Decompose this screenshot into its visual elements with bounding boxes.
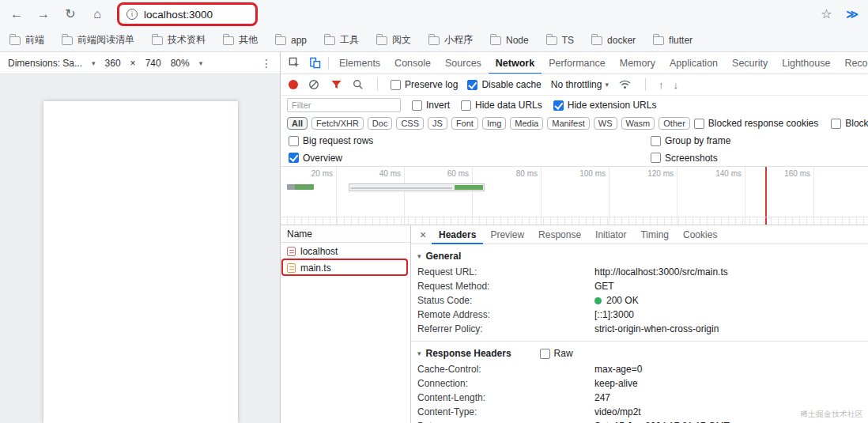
network-conditions-icon[interactable] — [618, 74, 632, 95]
tab-preview[interactable]: Preview — [483, 225, 531, 244]
request-list-header[interactable]: Name — [281, 225, 410, 243]
tab-performance[interactable]: Performance — [542, 52, 613, 74]
tab-sources[interactable]: Sources — [438, 52, 489, 74]
screenshots-label: Screenshots — [665, 153, 718, 164]
throttling-select[interactable]: No throttling ▾ — [551, 79, 609, 90]
checkbox[interactable] — [289, 153, 299, 163]
tab-timing[interactable]: Timing — [633, 225, 676, 244]
type-filter-manifest[interactable]: Manifest — [547, 117, 590, 130]
type-filter-js[interactable]: JS — [428, 117, 447, 130]
checkbox[interactable] — [831, 119, 841, 129]
zoom-select[interactable]: 80% — [171, 58, 190, 69]
device-screen[interactable] — [43, 101, 238, 423]
hide-data-urls-checkbox[interactable]: Hide data URLs — [461, 100, 542, 111]
blocked-requests-checkbox[interactable]: Blocked requests — [831, 118, 868, 129]
bookmark-item[interactable]: 前端阅读清单 — [62, 33, 134, 47]
back-icon[interactable]: ← — [9, 8, 24, 21]
tab-application[interactable]: Application — [662, 52, 725, 74]
device-dimensions-select[interactable]: Dimensions: Sa... — [8, 58, 82, 69]
big-request-rows-checkbox[interactable]: Big request rows — [289, 135, 373, 146]
tab-lighthouse[interactable]: Lighthouse — [775, 52, 837, 74]
import-har-icon[interactable]: ↑ — [659, 79, 664, 91]
address-bar[interactable]: i localhost:3000 — [117, 2, 258, 26]
forward-icon[interactable]: → — [36, 8, 51, 21]
type-filter-wasm[interactable]: Wasm — [621, 117, 655, 130]
type-filter-fetch-xhr[interactable]: Fetch/XHR — [311, 117, 364, 130]
general-section-header[interactable]: ▾ General — [417, 247, 862, 265]
invert-checkbox[interactable]: Invert — [412, 100, 450, 111]
tab-initiator[interactable]: Initiator — [588, 225, 633, 244]
bookmark-item[interactable]: 前端 — [9, 33, 44, 47]
tab-headers[interactable]: Headers — [432, 225, 483, 244]
bookmark-star-icon[interactable]: ☆ — [819, 8, 833, 21]
request-row-localhost[interactable]: localhost — [281, 243, 410, 259]
checkbox[interactable] — [651, 136, 661, 146]
tab-response[interactable]: Response — [531, 225, 588, 244]
device-width-field[interactable]: 360 — [105, 58, 121, 69]
preserve-log-checkbox[interactable]: Preserve log — [391, 79, 458, 90]
search-icon[interactable] — [352, 74, 364, 95]
record-icon[interactable] — [289, 80, 298, 89]
bookmark-item[interactable]: docker — [591, 35, 636, 46]
reload-icon[interactable]: ↻ — [63, 8, 77, 21]
close-icon[interactable]: × — [414, 228, 432, 241]
raw-checkbox[interactable]: Raw — [540, 348, 573, 359]
site-info-icon[interactable]: i — [126, 9, 138, 20]
bookmark-item[interactable]: 技术资料 — [152, 33, 206, 47]
type-filter-ws[interactable]: WS — [594, 117, 617, 130]
tab-memory[interactable]: Memory — [613, 52, 662, 74]
checkbox[interactable] — [467, 80, 477, 90]
request-row-main-ts[interactable]: main.ts — [281, 259, 410, 276]
disable-cache-checkbox[interactable]: Disable cache — [467, 79, 541, 90]
type-filter-css[interactable]: CSS — [396, 117, 424, 130]
filter-funnel-icon[interactable] — [330, 74, 342, 95]
extension-icon[interactable]: ≫ — [846, 7, 859, 21]
bookmark-item[interactable]: 阅文 — [376, 33, 411, 47]
bookmark-item[interactable]: flutter — [653, 35, 693, 46]
bookmark-item[interactable]: 工具 — [324, 33, 359, 47]
tab-recorder[interactable]: Recorder — [837, 52, 868, 74]
home-icon[interactable]: ⌂ — [90, 8, 104, 21]
header-line: Remote Address: [::1]:3000 — [417, 308, 862, 322]
device-height-field[interactable]: 740 — [145, 58, 161, 69]
tab-elements[interactable]: Elements — [332, 52, 387, 74]
checkbox[interactable] — [391, 80, 401, 90]
network-overview-timeline[interactable]: 20 ms 40 ms 60 ms 80 ms 100 ms 120 ms 14… — [281, 167, 868, 225]
type-filter-doc[interactable]: Doc — [368, 117, 393, 130]
status-code-value: 200 OK — [606, 295, 639, 306]
group-by-frame-checkbox[interactable]: Group by frame — [651, 135, 730, 146]
bookmark-item[interactable]: Node — [490, 35, 529, 46]
export-har-icon[interactable]: ↓ — [673, 79, 678, 91]
tab-console[interactable]: Console — [387, 52, 438, 74]
response-headers-section-header[interactable]: ▾ Response Headers Raw — [417, 345, 862, 362]
network-options-row: Overview Screenshots — [281, 149, 868, 167]
tab-network[interactable]: Network — [489, 52, 542, 74]
bookmark-item[interactable]: 其他 — [223, 33, 258, 47]
inspect-element-icon[interactable] — [284, 53, 304, 74]
bookmark-item[interactable]: 小程序 — [428, 33, 473, 47]
type-filter-font[interactable]: Font — [451, 117, 478, 130]
checkbox[interactable] — [553, 100, 564, 111]
type-filter-media[interactable]: Media — [510, 117, 543, 130]
bookmark-item[interactable]: app — [275, 35, 307, 46]
tab-cookies[interactable]: Cookies — [676, 225, 724, 244]
checkbox[interactable] — [540, 349, 550, 359]
bookmark-item[interactable]: TS — [546, 35, 574, 46]
device-toolbar-toggle-icon[interactable] — [304, 53, 325, 74]
more-options-icon[interactable]: ⋮ — [261, 57, 272, 70]
blocked-response-cookies-checkbox[interactable]: Blocked response cookies — [694, 118, 818, 129]
type-filter-other[interactable]: Other — [659, 117, 690, 130]
filter-input[interactable] — [287, 98, 401, 112]
checkbox[interactable] — [651, 153, 661, 163]
screenshots-checkbox[interactable]: Screenshots — [651, 153, 718, 164]
checkbox[interactable] — [694, 119, 704, 129]
clear-icon[interactable] — [308, 74, 320, 95]
tab-security[interactable]: Security — [725, 52, 775, 74]
checkbox[interactable] — [289, 136, 299, 146]
checkbox[interactable] — [461, 100, 471, 111]
hide-extension-urls-checkbox[interactable]: Hide extension URLs — [553, 100, 657, 111]
checkbox[interactable] — [412, 100, 422, 111]
overview-checkbox[interactable]: Overview — [289, 153, 342, 164]
type-filter-img[interactable]: Img — [482, 117, 506, 130]
type-filter-all[interactable]: All — [287, 117, 308, 130]
